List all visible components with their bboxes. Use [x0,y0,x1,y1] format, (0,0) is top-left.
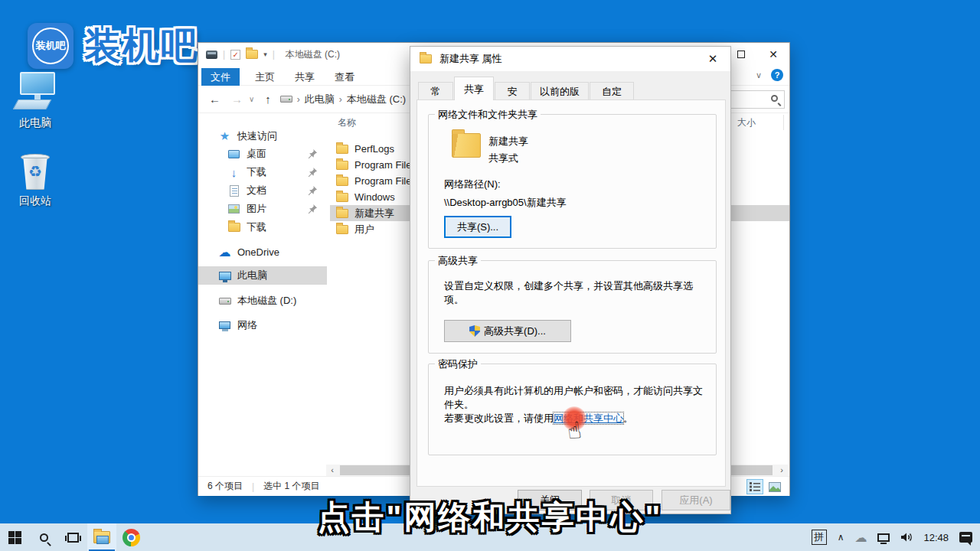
advanced-sharing-button[interactable]: 高级共享(D)... [444,320,571,342]
folder-icon [452,133,481,158]
onedrive-cloud-icon: ☁ [218,245,231,259]
pin-icon [307,185,318,196]
folder-icon [336,209,348,218]
desktop-icon-recycle-bin[interactable]: ♻ 回收站 [0,152,70,208]
sidebar-item-onedrive[interactable]: ☁ OneDrive [198,243,327,261]
group-legend: 密码保护 [435,357,481,371]
properties-icon[interactable]: ✓ [230,50,240,60]
drive-icon [280,96,292,103]
this-pc-icon [14,70,57,113]
recent-locations-icon[interactable]: ∨ [249,95,254,103]
tab-general[interactable]: 常规 [418,82,453,100]
dialog-titlebar: 新建共享 属性 ✕ [410,47,730,71]
pin-icon [307,204,318,214]
folder-icon [420,54,432,64]
breadcrumb-this-pc[interactable]: 此电脑 [305,93,335,106]
column-header-name[interactable]: 名称 [338,116,356,129]
folder-icon [336,193,348,202]
advanced-sharing-group: 高级共享 设置自定义权限，创建多个共享，并设置其他高级共享选项。 高级共享(D)… [428,260,717,354]
desktop-icon-label: 回收站 [0,194,70,208]
tab-customize[interactable]: 自定义 [590,82,634,100]
ribbon-collapse-icon[interactable]: ∨ [756,70,762,80]
tab-previous-versions[interactable]: 以前的版本 [531,82,589,100]
sidebar-item-downloads[interactable]: ↓ 下载 [198,163,327,181]
pin-icon [307,148,318,159]
network-path-label: 网络路径(N): [444,178,501,191]
forward-icon[interactable]: → [231,93,243,106]
network-path-value: \\Desktop-arrgb05\新建共享 [444,196,567,210]
column-header-size[interactable]: 大小 [737,116,756,129]
desktop-icon [228,150,240,158]
sidebar-item-quick-access[interactable]: ★ 快速访问 [198,127,327,145]
sidebar-item-pictures[interactable]: 图片 [198,200,327,218]
desktop-icon-label: 此电脑 [0,116,70,130]
search-input[interactable] [730,90,785,109]
search-icon [771,95,778,102]
desktop-icon-this-pc[interactable]: 此电脑 [0,70,70,130]
network-share-group: 网络文件和文件夹共享 新建共享 共享式 网络路径(N): \\Desktop-a… [428,114,717,249]
sidebar-item-desktop[interactable]: 桌面 [198,145,327,163]
uac-shield-icon [469,325,480,337]
new-folder-icon[interactable] [246,50,258,59]
picture-icon [228,204,240,214]
sidebar-item-documents[interactable]: 文档 [198,181,327,200]
group-legend: 网络文件和文件夹共享 [435,108,541,122]
drive-icon [219,298,231,305]
share-button[interactable]: 共享(S)... [444,216,511,238]
help-icon[interactable]: ? [771,69,783,81]
menu-tab-home[interactable]: 主页 [246,68,284,86]
sidebar-item-network[interactable]: 网络 [198,316,327,334]
menu-tab-view[interactable]: 查看 [325,68,364,86]
thumbnail-view-button[interactable] [766,479,783,494]
pin-icon [307,167,318,178]
video-caption: 点击"网络和共享中心" [0,496,980,539]
properties-dialog: 新建共享 属性 ✕ 常规 共享 安全 以前的版本 自定义 网络文件和文件夹共享 … [410,46,731,514]
scroll-right-icon[interactable]: › [776,465,788,476]
brand-badge-text: 装机吧 [36,39,66,53]
folder-icon [336,161,348,170]
folder-icon [336,145,348,154]
close-button[interactable]: ✕ [757,43,789,66]
network-icon [219,321,230,329]
share-folder-name: 新建共享 [488,135,528,148]
quick-access-toolbar: | ✓ ▾ | [198,49,275,60]
download-icon: ↓ [227,166,240,179]
brand-logo: 装机吧 装机吧 [28,21,199,70]
scroll-left-icon[interactable]: ‹ [326,465,338,476]
tab-security[interactable]: 安全 [495,82,530,100]
breadcrumb: › 此电脑 › 本地磁盘 (C:) [280,93,406,106]
share-state: 共享式 [488,152,518,165]
item-count: 6 个项目 [207,480,243,493]
star-icon: ★ [218,129,231,143]
sidebar-item-this-pc[interactable]: 此电脑 [198,266,327,285]
menu-tab-share[interactable]: 共享 [286,68,324,86]
brand-badge-ring: 装机吧 [32,28,69,64]
window-controls: ✕ [725,43,789,66]
chevron-down-icon[interactable]: ▾ [263,51,267,58]
tab-sharing[interactable]: 共享 [454,77,494,100]
folder-icon [336,225,348,234]
up-icon[interactable]: ↑ [265,93,271,106]
breadcrumb-local-disk-c[interactable]: 本地磁盘 (C:) [347,93,406,106]
computer-icon[interactable] [206,51,217,59]
dialog-close-button[interactable]: ✕ [695,47,730,70]
sidebar-item-local-disk-d[interactable]: 本地磁盘 (D:) [198,292,327,310]
folder-icon [336,177,348,186]
selected-count: 选中 1 个项目 [263,480,319,493]
menu-tab-file[interactable]: 文件 [201,68,240,86]
group-legend: 高级共享 [435,254,481,268]
computer-icon [219,272,231,280]
details-view-button[interactable] [746,479,763,494]
brand-badge: 装机吧 [28,23,74,69]
folder-icon [228,223,240,232]
dialog-title: 新建共享 属性 [439,52,502,66]
advanced-sharing-description: 设置自定义权限，创建多个共享，并设置其他高级共享选项。 [444,279,704,307]
sidebar-item-downloads-folder[interactable]: 下载 [198,218,327,236]
desktop: 装机吧 装机吧 此电脑 ♻ 回收站 | ✓ ▾ | 本地磁盘 (C:) [0,0,980,551]
brand-name: 装机吧 [84,21,199,70]
recycle-bin-icon: ♻ [20,152,51,191]
document-icon [230,185,239,197]
window-title: 本地磁盘 (C:) [286,48,340,61]
back-icon[interactable]: ← [209,93,220,106]
